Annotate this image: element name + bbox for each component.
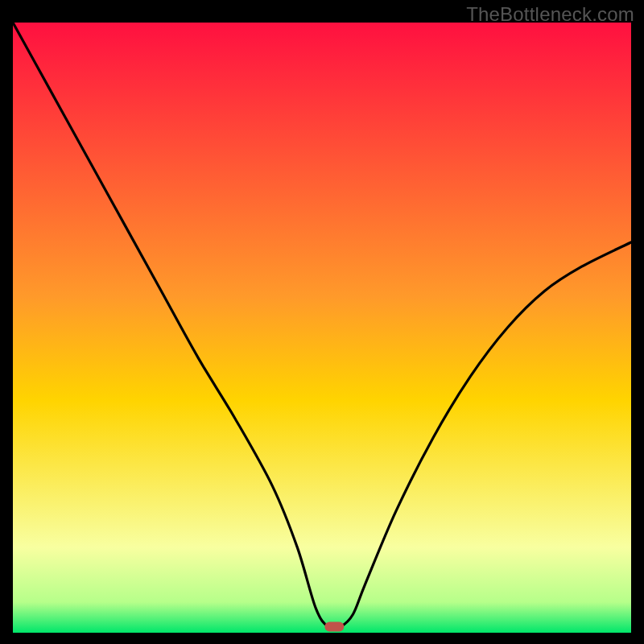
chart-marker (324, 621, 344, 631)
chart-svg (13, 23, 631, 633)
watermark-text: TheBottleneck.com (466, 3, 634, 26)
chart-frame: TheBottleneck.com (0, 0, 644, 644)
chart-background (13, 23, 631, 633)
chart-plot-area (13, 23, 631, 633)
